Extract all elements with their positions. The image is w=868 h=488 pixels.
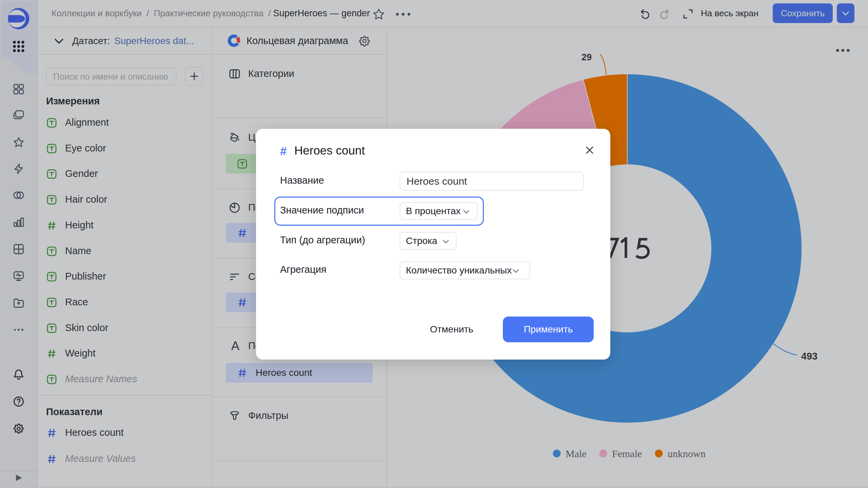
svg-text:Male: Male bbox=[566, 448, 587, 459]
svg-text:29: 29 bbox=[581, 52, 592, 62]
svg-text:unknown: unknown bbox=[668, 448, 706, 459]
svg-text:493: 493 bbox=[801, 351, 817, 362]
svg-text:Female: Female bbox=[612, 448, 642, 459]
